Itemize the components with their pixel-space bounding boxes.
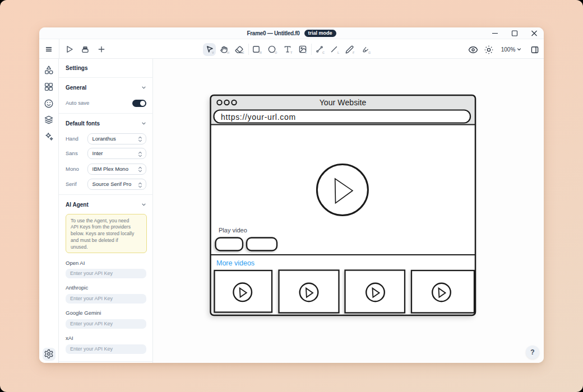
svg-text:https://your-url.com: https://your-url.com xyxy=(221,113,296,122)
svg-text:Your Website: Your Website xyxy=(320,98,367,107)
svg-text:More videos: More videos xyxy=(216,259,255,267)
svg-text:Play video: Play video xyxy=(219,227,247,234)
